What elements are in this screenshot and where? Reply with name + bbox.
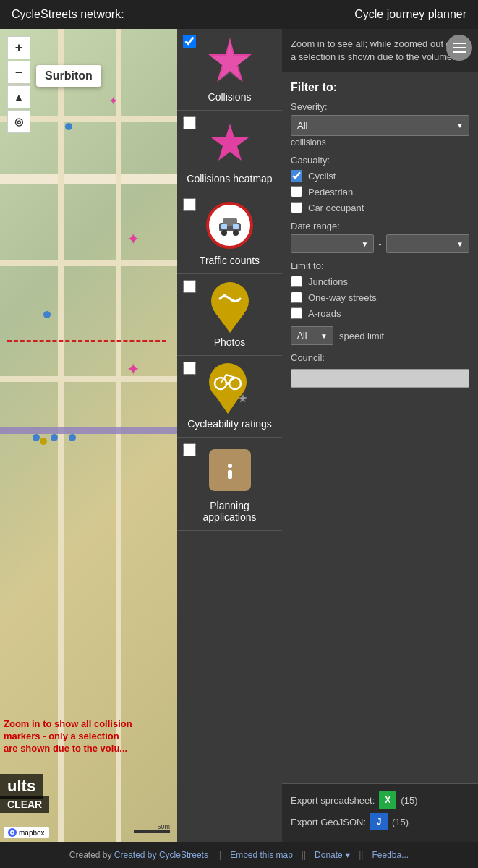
aroads-label: A-roads	[308, 308, 341, 319]
road-red	[7, 340, 166, 342]
layers-sidebar: Collisions Collisions heatmap	[177, 29, 282, 842]
speed-select-wrapper: All 20 mph 30 mph 40 mph 50 mph 60 mph 7…	[291, 326, 333, 345]
svg-marker-5	[211, 124, 249, 161]
svg-marker-16	[215, 395, 241, 414]
map-container[interactable]: + − ▲ ◎ Surbiton ✦ ✦ ✦ Zoom in to show a…	[0, 29, 177, 842]
date-from-select[interactable]	[291, 234, 374, 253]
info-icon	[218, 459, 242, 482]
severity-select-wrapper: All Fatal Serious Slight ▼	[291, 115, 469, 136]
svg-point-19	[226, 382, 229, 385]
menu-button[interactable]	[446, 35, 472, 61]
footer-sep: ||	[359, 850, 363, 860]
layer-item-traffic[interactable]: Traffic counts	[177, 192, 282, 274]
date-separator: -	[378, 239, 381, 250]
road-purple	[0, 427, 177, 434]
mapbox-label: mapbox	[19, 829, 45, 837]
export-spreadsheet-row: Export spreadsheet: X (15)	[291, 791, 469, 809]
traffic-label: Traffic counts	[200, 255, 260, 266]
geojson-icon[interactable]: J	[370, 813, 388, 830]
collisions-checkbox[interactable]	[183, 35, 196, 48]
photos-pin-icon	[208, 281, 252, 333]
cycle-pin-icon	[206, 362, 253, 416]
traffic-icon	[205, 200, 255, 250]
severity-select[interactable]: All Fatal Serious Slight	[291, 115, 469, 136]
header-right: Cycle journey planner	[354, 8, 466, 21]
filter-title: Filter to:	[291, 81, 469, 94]
info-box: Zoom in to see all; while zoomed out onl…	[282, 29, 478, 72]
oneway-checkbox[interactable]	[291, 292, 302, 303]
svg-marker-13	[215, 313, 244, 333]
svg-point-2	[12, 832, 14, 834]
photos-checkbox[interactable]	[183, 280, 196, 293]
star-icon: ✦	[127, 230, 140, 248]
export-geojson-label: Export GeoJSON:	[291, 817, 366, 827]
embed-link[interactable]: Embed this map	[230, 850, 293, 860]
planning-checkbox[interactable]	[183, 443, 196, 456]
limit-aroads-row: A-roads	[291, 307, 469, 319]
road	[0, 174, 177, 184]
traffic-checkbox[interactable]	[183, 198, 196, 211]
footer-sep: ||	[302, 850, 306, 860]
casualty-pedestrian-row: Pedestrian	[291, 186, 469, 197]
feedback-link[interactable]: Feedba...	[372, 850, 409, 860]
layer-item-heatmap[interactable]: Collisions heatmap	[177, 111, 282, 192]
speed-row: All 20 mph 30 mph 40 mph 50 mph 60 mph 7…	[291, 326, 469, 345]
speed-suffix: speed limit	[339, 331, 384, 341]
car-icon	[215, 214, 244, 236]
svg-point-21	[228, 464, 232, 468]
road	[0, 260, 177, 266]
date-to-wrapper: ▼	[386, 234, 469, 253]
star-small-icon	[208, 122, 252, 165]
car-occupant-label: Car occupant	[308, 203, 364, 213]
mapbox-logo-icon	[8, 828, 17, 837]
cycleability-checkbox[interactable]	[183, 362, 196, 375]
planning-bag-icon	[209, 449, 251, 491]
svg-rect-11	[233, 224, 239, 229]
heatmap-checkbox[interactable]	[183, 116, 196, 129]
severity-suffix: collisions	[291, 137, 469, 148]
compass-button[interactable]: ▲	[7, 85, 30, 109]
locate-button[interactable]: ◎	[7, 110, 30, 133]
layer-item-photos[interactable]: Photos	[177, 274, 282, 356]
star-icon: ✦	[108, 95, 118, 107]
council-label: Council:	[291, 352, 469, 363]
map-controls: + − ▲ ◎	[7, 36, 30, 133]
spreadsheet-icon[interactable]: X	[379, 791, 396, 809]
date-from-wrapper: ▼	[291, 234, 374, 253]
oneway-label: One-way streets	[308, 292, 377, 303]
layer-item-planning[interactable]: Planning applications	[177, 438, 282, 531]
zoom-in-button[interactable]: +	[7, 36, 30, 59]
collision-marker: ✦	[108, 94, 118, 108]
date-to-select[interactable]	[386, 234, 469, 253]
photos-label: Photos	[214, 336, 246, 348]
limit-junctions-row: Junctions	[291, 276, 469, 287]
speed-select[interactable]: All 20 mph 30 mph 40 mph 50 mph 60 mph 7…	[291, 326, 333, 345]
car-occupant-checkbox[interactable]	[291, 202, 302, 213]
zoom-out-button[interactable]: −	[7, 61, 30, 84]
donate-link[interactable]: Donate ♥	[315, 850, 350, 860]
map-zoom-notice: Zoom in to show all collision markers - …	[4, 718, 134, 755]
svg-rect-22	[228, 470, 232, 479]
header-left: CycleStreets network:	[12, 8, 124, 21]
layer-item-cycleability[interactable]: Cycleability ratings	[177, 356, 282, 438]
casualty-label: Casualty:	[291, 155, 469, 166]
pedestrian-checkbox[interactable]	[291, 186, 302, 197]
export-spreadsheet-label: Export spreadsheet:	[291, 795, 375, 806]
heatmap-icon	[205, 118, 255, 169]
footer-created: Created by Created by CycleStreets	[69, 850, 208, 860]
junctions-checkbox[interactable]	[291, 276, 302, 287]
planning-label: Planning applications	[183, 500, 276, 523]
filter-section: Filter to: Severity: All Fatal Serious S…	[282, 72, 478, 783]
svg-point-14	[223, 294, 226, 297]
aroads-checkbox[interactable]	[291, 307, 302, 319]
map-clear-button[interactable]: CLEAR	[0, 796, 49, 813]
layer-item-collisions[interactable]: Collisions	[177, 29, 282, 111]
cyclist-checkbox[interactable]	[291, 170, 302, 182]
council-input[interactable]	[291, 369, 469, 388]
export-geojson-count: (15)	[392, 817, 409, 827]
pedestrian-label: Pedestrian	[308, 187, 353, 197]
svg-marker-4	[210, 42, 249, 81]
limit-label: Limit to:	[291, 260, 469, 271]
cyclestreets-link[interactable]: Created by CycleStreets	[114, 850, 208, 860]
casualty-car-row: Car occupant	[291, 202, 469, 213]
